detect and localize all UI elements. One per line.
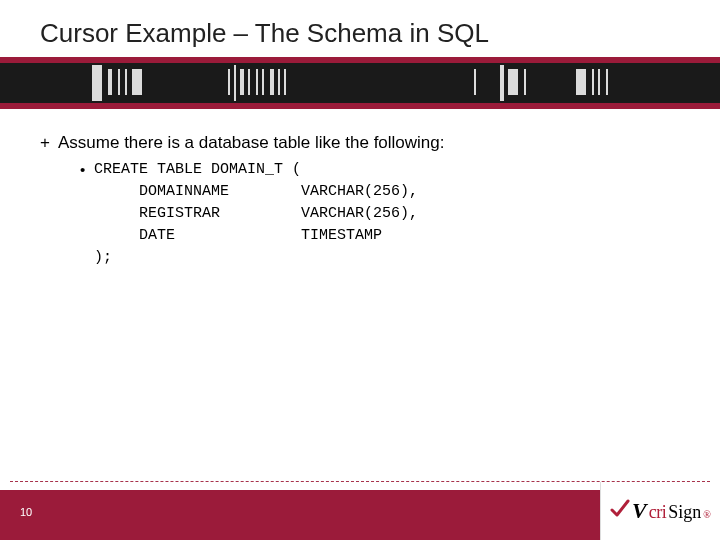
logo-registered: ®	[703, 509, 711, 520]
logo-tail: Sign	[668, 502, 701, 523]
band-top-stripe	[0, 57, 720, 63]
logo-box: V cri Sign ®	[600, 482, 720, 540]
plus-bullet-icon: +	[40, 133, 58, 153]
slide-body: +Assume there is a database table like t…	[0, 105, 720, 269]
logo-mid: cri	[649, 502, 666, 523]
bullet-level1: +Assume there is a database table like t…	[40, 133, 680, 153]
page-number: 10	[20, 506, 32, 518]
dot-bullet-icon: •	[80, 159, 94, 181]
slide-title: Cursor Example – The Schema in SQL	[40, 18, 720, 49]
bullet-level2: •CREATE TABLE DOMAIN_T ( DOMAINNAME VARC…	[40, 159, 680, 269]
bullet-text: Assume there is a database table like th…	[58, 133, 445, 152]
logo-letter-v: V	[632, 498, 647, 524]
check-icon	[610, 498, 630, 518]
verisign-logo: V cri Sign ®	[610, 498, 711, 524]
decorative-band	[0, 57, 720, 105]
sql-code: CREATE TABLE DOMAIN_T ( DOMAINNAME VARCH…	[94, 159, 418, 269]
band-dark	[0, 57, 720, 105]
title-area: Cursor Example – The Schema in SQL	[0, 0, 720, 57]
slide: Cursor Example – The Schema in SQL	[0, 0, 720, 540]
band-bottom-stripe	[0, 103, 720, 109]
